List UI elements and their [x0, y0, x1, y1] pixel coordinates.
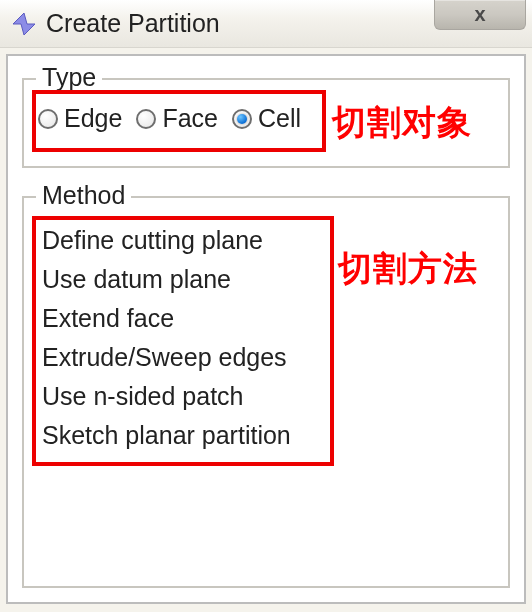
method-item-use-n-sided-patch[interactable]: Use n-sided patch: [42, 382, 291, 411]
close-icon: x: [474, 3, 485, 26]
radio-icon: [232, 109, 252, 129]
method-list: Define cutting plane Use datum plane Ext…: [42, 226, 291, 450]
method-item-extend-face[interactable]: Extend face: [42, 304, 291, 333]
window-title: Create Partition: [46, 9, 220, 38]
radio-cell[interactable]: Cell: [232, 104, 301, 133]
method-item-sketch-planar-partition[interactable]: Sketch planar partition: [42, 421, 291, 450]
method-item-extrude-sweep-edges[interactable]: Extrude/Sweep edges: [42, 343, 291, 372]
method-item-define-cutting-plane[interactable]: Define cutting plane: [42, 226, 291, 255]
svg-marker-0: [13, 13, 35, 35]
radio-label: Face: [162, 104, 218, 133]
annotation-label-type: 切割对象: [332, 100, 472, 146]
radio-icon: [38, 109, 58, 129]
method-legend: Method: [36, 181, 131, 210]
annotation-label-method: 切割方法: [338, 246, 478, 292]
radio-label: Cell: [258, 104, 301, 133]
app-icon: [10, 10, 38, 38]
dialog-client-area: Type Edge Face Cell 切割对象 Method Define c…: [6, 54, 526, 604]
method-item-use-datum-plane[interactable]: Use datum plane: [42, 265, 291, 294]
type-radio-row: Edge Face Cell: [38, 104, 301, 133]
radio-edge[interactable]: Edge: [38, 104, 122, 133]
type-legend: Type: [36, 63, 102, 92]
radio-icon: [136, 109, 156, 129]
radio-label: Edge: [64, 104, 122, 133]
type-groupbox: Type Edge Face Cell 切割对象: [22, 78, 510, 168]
title-bar: Create Partition x: [0, 0, 532, 48]
radio-face[interactable]: Face: [136, 104, 218, 133]
close-button[interactable]: x: [434, 0, 526, 30]
method-groupbox: Method Define cutting plane Use datum pl…: [22, 196, 510, 588]
